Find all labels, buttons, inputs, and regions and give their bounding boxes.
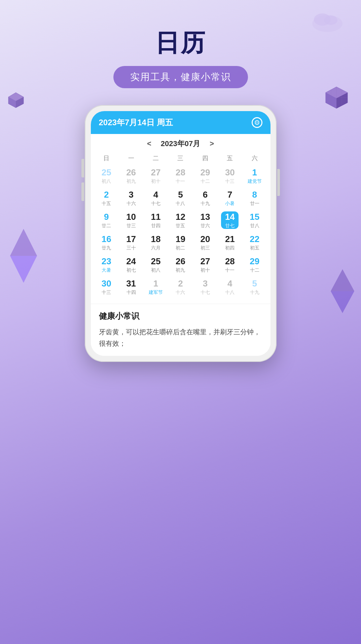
day-cell[interactable]: 25初八 <box>143 254 168 275</box>
phone-outer: 2023年7月14日 周五 ⚙ < 2023年07月 > 日 一 二 三 四 五… <box>85 105 277 362</box>
day-lunar: 廿一 <box>250 201 259 206</box>
day-cell[interactable]: 26初九 <box>168 254 193 275</box>
day-number: 19 <box>176 234 185 244</box>
day-cell[interactable]: 8廿一 <box>242 187 267 209</box>
day-lunar: 初八 <box>151 267 160 273</box>
day-cell[interactable]: 13廿六 <box>193 209 217 231</box>
day-cell[interactable]: 28十一 <box>218 254 242 275</box>
day-number: 20 <box>200 234 210 244</box>
day-cell[interactable]: 4十八 <box>218 276 242 298</box>
day-cell[interactable]: 15廿八 <box>242 209 267 231</box>
day-cell[interactable]: 2十六 <box>168 276 193 298</box>
day-cell[interactable]: 29十二 <box>193 165 217 187</box>
day-lunar: 三十 <box>127 245 136 251</box>
day-number: 3 <box>129 190 133 200</box>
day-cell[interactable]: 30十三 <box>218 165 242 187</box>
day-lunar: 十八 <box>176 201 185 206</box>
bg-cube-left <box>7 91 25 109</box>
subtitle-badge: 实用工具，健康小常识 <box>113 66 248 88</box>
weekday-mon: 一 <box>119 154 143 162</box>
day-cell[interactable]: 27初十 <box>193 254 217 275</box>
day-number: 1 <box>153 278 158 289</box>
day-cell[interactable]: 16廿九 <box>94 232 119 253</box>
day-cell[interactable]: 5十八 <box>168 187 193 209</box>
weekday-sat: 六 <box>242 154 267 162</box>
day-lunar: 廿八 <box>250 223 259 229</box>
weekday-thu: 四 <box>193 154 217 162</box>
day-cell[interactable]: 24初七 <box>119 254 143 275</box>
day-cell[interactable]: 19初二 <box>168 232 193 253</box>
phone-inner: 2023年7月14日 周五 ⚙ < 2023年07月 > 日 一 二 三 四 五… <box>91 111 270 356</box>
day-cell[interactable]: 4十七 <box>143 187 168 209</box>
day-cell[interactable]: 11廿四 <box>143 209 168 231</box>
day-lunar: 初四 <box>225 245 234 251</box>
day-cell[interactable]: 27初十 <box>143 165 168 187</box>
day-lunar: 十八 <box>225 290 234 295</box>
health-section: 健康小常识 牙齿黄，可以把花生嚼碎后含在嘴里，并刷牙三分钟，很有效； <box>91 304 270 356</box>
title-section: 日历 实用工具，健康小常识 <box>113 27 248 88</box>
day-cell[interactable]: 23大暑 <box>94 254 119 275</box>
day-cell[interactable]: 6十九 <box>193 187 217 209</box>
day-number: 30 <box>225 167 235 178</box>
day-number: 24 <box>126 256 136 267</box>
day-cell[interactable]: 7小暑 <box>218 187 242 209</box>
day-cell[interactable]: 31十四 <box>119 276 143 298</box>
day-cell[interactable]: 26初九 <box>119 165 143 187</box>
phone-mockup: 2023年7月14日 周五 ⚙ < 2023年07月 > 日 一 二 三 四 五… <box>85 105 277 362</box>
day-cell[interactable]: 9廿二 <box>94 209 119 231</box>
day-lunar: 初十 <box>201 267 210 273</box>
day-lunar: 六月 <box>151 245 160 251</box>
day-cell[interactable]: 12廿五 <box>168 209 193 231</box>
day-number: 3 <box>203 278 208 289</box>
day-number: 9 <box>104 212 109 222</box>
day-cell[interactable]: 14廿七 <box>218 209 242 231</box>
day-lunar: 十七 <box>201 290 210 295</box>
day-lunar: 廿七 <box>225 223 234 229</box>
prev-month-button[interactable]: < <box>144 139 154 148</box>
day-cell[interactable]: 20初三 <box>193 232 217 253</box>
day-lunar: 小暑 <box>225 201 234 206</box>
svg-point-2 <box>324 15 337 25</box>
day-cell[interactable]: 17三十 <box>119 232 143 253</box>
day-cell[interactable]: 18六月 <box>143 232 168 253</box>
day-lunar: 建党节 <box>248 178 262 184</box>
day-cell[interactable]: 30十三 <box>94 276 119 298</box>
day-cell[interactable]: 3十七 <box>193 276 217 298</box>
next-month-button[interactable]: > <box>207 139 217 148</box>
phone-button-volume-up <box>81 159 84 177</box>
day-lunar: 十九 <box>250 290 259 295</box>
day-number: 26 <box>176 256 185 267</box>
day-number: 31 <box>126 278 136 289</box>
day-number: 5 <box>252 278 257 289</box>
day-number: 10 <box>126 212 136 222</box>
calendar-nav: < 2023年07月 > <box>91 134 270 151</box>
day-lunar: 十九 <box>201 201 210 206</box>
bg-cube-right <box>322 84 351 113</box>
day-cell[interactable]: 25初八 <box>94 165 119 187</box>
day-lunar: 十三 <box>225 178 234 184</box>
day-cell[interactable]: 2十五 <box>94 187 119 209</box>
bg-cloud-right <box>311 7 344 34</box>
day-lunar: 廿九 <box>102 245 111 251</box>
day-cell[interactable]: 22初五 <box>242 232 267 253</box>
day-cell[interactable]: 3十六 <box>119 187 143 209</box>
day-lunar: 廿六 <box>201 223 210 229</box>
day-lunar: 十五 <box>102 201 111 206</box>
day-cell[interactable]: 10廿三 <box>119 209 143 231</box>
day-cell[interactable]: 29十二 <box>242 254 267 275</box>
weekday-tue: 二 <box>143 154 168 162</box>
day-number: 18 <box>151 234 161 244</box>
weekday-sun: 日 <box>94 154 119 162</box>
day-cell[interactable]: 21初四 <box>218 232 242 253</box>
day-number: 8 <box>252 190 257 200</box>
day-number: 17 <box>126 234 136 244</box>
day-cell[interactable]: 5十九 <box>242 276 267 298</box>
day-cell[interactable]: 28十一 <box>168 165 193 187</box>
day-number: 2 <box>104 190 109 200</box>
day-number: 6 <box>203 190 208 200</box>
settings-icon[interactable]: ⚙ <box>252 117 262 128</box>
day-number: 5 <box>178 190 183 200</box>
day-cell[interactable]: 1建党节 <box>242 165 267 187</box>
day-cell[interactable]: 1建军节 <box>143 276 168 298</box>
day-lunar: 初八 <box>102 178 111 184</box>
